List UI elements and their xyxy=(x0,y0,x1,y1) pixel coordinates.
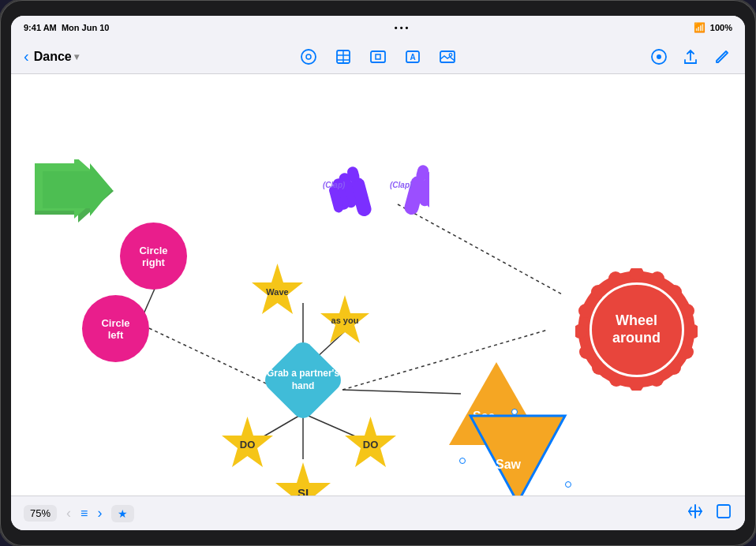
photo-tool-icon[interactable] xyxy=(437,47,458,67)
svg-point-51 xyxy=(679,345,694,359)
si-label: SI xyxy=(298,486,309,496)
svg-point-0 xyxy=(301,50,316,64)
center-diamond-label: Grab a partner's hand xyxy=(265,368,341,392)
battery-label: 100% xyxy=(710,23,732,32)
saw-label: Saw xyxy=(496,458,521,472)
wheel-around-node[interactable]: Wheel around xyxy=(575,268,698,391)
text-tool-icon[interactable]: A xyxy=(402,47,423,67)
status-time: 9:41 AM Mon Jun 10 xyxy=(24,23,109,32)
svg-point-10 xyxy=(449,53,452,56)
as-you-label: as you xyxy=(331,316,359,326)
svg-rect-63 xyxy=(717,505,730,518)
bottom-bar: 75% ‹ ≡ › ★ xyxy=(11,496,745,530)
do-left-label: DO xyxy=(240,439,256,451)
favorite-button[interactable]: ★ xyxy=(111,505,134,522)
table-tool-icon[interactable] xyxy=(333,47,354,67)
green-arrow[interactable] xyxy=(35,159,114,226)
svg-rect-6 xyxy=(371,51,385,62)
svg-point-1 xyxy=(306,54,311,59)
status-dots: ••• xyxy=(395,23,409,32)
toolbar-right xyxy=(559,47,733,67)
shapes-tool-icon[interactable] xyxy=(298,47,319,67)
media-tool-icon[interactable] xyxy=(368,47,388,67)
settings-icon[interactable] xyxy=(649,47,669,67)
svg-point-57 xyxy=(579,345,593,359)
svg-point-12 xyxy=(657,54,661,59)
ipad-frame: 9:41 AM Mon Jun 10 ••• 📶 100% ‹ Dance ▾ xyxy=(0,0,756,546)
do-right-label: DO xyxy=(363,439,379,451)
prev-page-button[interactable]: ‹ xyxy=(63,503,74,523)
svg-line-19 xyxy=(149,328,279,390)
svg-point-59 xyxy=(578,304,593,318)
fullscreen-icon[interactable] xyxy=(715,503,732,524)
screen: 9:41 AM Mon Jun 10 ••• 📶 100% ‹ Dance ▾ xyxy=(11,16,745,530)
circle-left-node[interactable]: Circle left xyxy=(82,295,149,362)
zoom-indicator[interactable]: 75% xyxy=(24,505,57,522)
title-dropdown-icon: ▾ xyxy=(74,51,79,62)
share-icon[interactable] xyxy=(680,47,701,67)
toolbar-center: A xyxy=(204,47,552,67)
si-node[interactable]: SI xyxy=(271,461,335,496)
selection-handle-ml[interactable] xyxy=(459,458,466,464)
saw-triangle-node[interactable]: Saw xyxy=(462,412,573,496)
next-page-button[interactable]: › xyxy=(94,503,105,523)
back-chevron-icon: ‹ xyxy=(24,47,29,65)
back-button[interactable]: ‹ xyxy=(24,47,29,65)
svg-marker-44 xyxy=(470,416,565,496)
wheel-around-label: Wheel around xyxy=(592,312,682,346)
wifi-icon: 📶 xyxy=(694,22,705,33)
wave-label: Wave xyxy=(266,287,288,297)
svg-line-22 xyxy=(342,390,461,394)
toolbar-left: ‹ Dance ▾ xyxy=(24,47,198,65)
do-right-node[interactable]: DO xyxy=(341,415,400,474)
page-list-button[interactable]: ≡ xyxy=(80,507,88,521)
svg-point-47 xyxy=(650,271,664,286)
svg-point-49 xyxy=(680,304,694,318)
edit-icon[interactable] xyxy=(712,47,732,67)
svg-point-61 xyxy=(608,271,623,286)
as-you-node[interactable]: as you xyxy=(317,294,372,349)
status-right: 📶 100% xyxy=(694,22,732,33)
rosette-inner-circle: Wheel around xyxy=(589,282,684,377)
svg-text:A: A xyxy=(410,53,415,62)
document-title[interactable]: Dance ▾ xyxy=(34,50,79,64)
selection-handle-br[interactable] xyxy=(565,481,571,488)
circle-right-node[interactable]: Circle right xyxy=(120,223,187,290)
canvas: (Clap) (Clap) Circle right Circle left W… xyxy=(11,74,745,496)
clap-right-label: (Clap) xyxy=(390,181,412,189)
do-left-node[interactable]: DO xyxy=(218,415,277,474)
bottom-right-actions xyxy=(687,503,732,524)
wave-node[interactable]: Wave xyxy=(248,262,307,321)
toolbar: ‹ Dance ▾ xyxy=(11,39,745,74)
svg-marker-26 xyxy=(43,163,112,216)
status-bar: 9:41 AM Mon Jun 10 ••• 📶 100% xyxy=(11,16,745,39)
clap-hands[interactable]: (Clap) (Clap) xyxy=(319,137,429,232)
center-diamond-node[interactable]: Grab a partner's hand xyxy=(265,342,341,418)
selection-handle-tl[interactable] xyxy=(511,409,518,415)
clap-left-label: (Clap) xyxy=(323,181,345,189)
arrange-icon[interactable] xyxy=(687,503,704,524)
